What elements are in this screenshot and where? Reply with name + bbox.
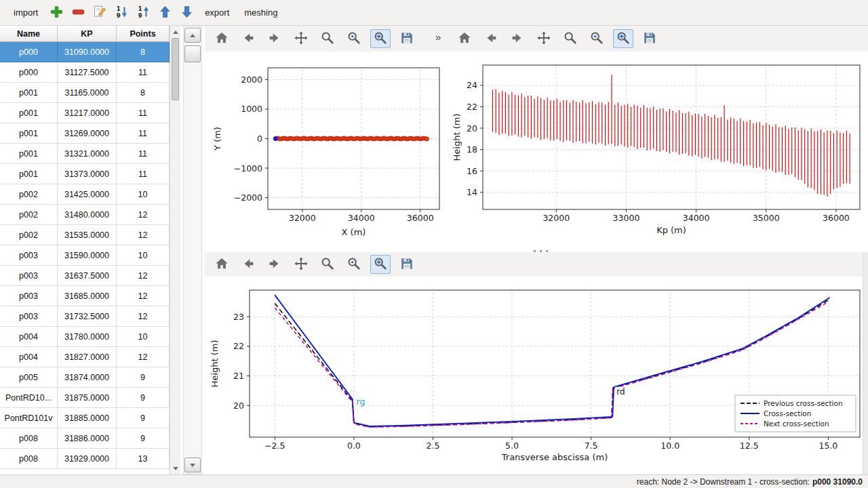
svg-text:2.5: 2.5 — [427, 441, 440, 451]
toolbar-overflow-chevron[interactable]: » — [435, 31, 441, 43]
forward-button[interactable] — [264, 255, 285, 274]
table-row[interactable]: p00131373.000011 — [0, 164, 170, 184]
zoom-rect-button[interactable] — [370, 29, 391, 48]
table-row[interactable]: p00431780.000010 — [0, 327, 170, 347]
home-button[interactable] — [212, 29, 232, 48]
sort-9-1-button[interactable]: 19 — [133, 3, 153, 22]
panel-scrollbar[interactable] — [183, 26, 202, 474]
cross-sections-table: Name KP Points p00031090.00008p00031127.… — [0, 26, 170, 474]
profile-plot[interactable]: 3200033000340003500036000141618202224Kp … — [448, 52, 868, 251]
scroll-down-button[interactable] — [184, 458, 201, 472]
add-icon — [50, 5, 64, 21]
back-button[interactable] — [238, 29, 258, 48]
table-row[interactable]: p00131321.000011 — [0, 144, 170, 164]
cell-points: 12 — [117, 225, 170, 245]
table-row[interactable]: PontRD101v31885.00009 — [0, 408, 170, 428]
cell-kp: 31637.5000 — [58, 266, 117, 286]
back-button[interactable] — [238, 255, 258, 274]
cross-section-plot[interactable]: rgrd−2.50.02.55.07.510.012.515.020212223… — [205, 277, 863, 474]
export-button[interactable]: export — [198, 4, 236, 21]
table-row[interactable]: p00831886.00009 — [0, 428, 170, 449]
zoom-button[interactable] — [317, 29, 338, 48]
table-row[interactable]: p00831929.000013 — [0, 449, 170, 469]
back-button[interactable] — [481, 29, 501, 48]
add-button[interactable] — [46, 3, 66, 22]
sort-1-9-icon: 19 — [115, 5, 129, 21]
zoom-options-button[interactable] — [587, 29, 607, 48]
table-row[interactable]: p00031127.500011 — [0, 62, 170, 83]
column-header-name[interactable]: Name — [0, 26, 58, 41]
scroll-up-icon[interactable] — [170, 27, 180, 37]
table-row[interactable]: PontRD10...31875.00009 — [0, 388, 170, 408]
save-button[interactable] — [397, 255, 417, 274]
table-row[interactable]: p00331637.500012 — [0, 266, 170, 286]
svg-text:36000: 36000 — [823, 213, 850, 223]
column-header-kp[interactable]: KP — [58, 26, 117, 41]
table-row[interactable]: p00131269.000011 — [0, 123, 170, 144]
table-row[interactable]: p00231425.000010 — [0, 184, 170, 205]
zoom-rect-button[interactable] — [370, 255, 391, 274]
save-button[interactable] — [397, 29, 417, 48]
table-row[interactable]: p00531874.00009 — [0, 367, 170, 388]
forward-button[interactable] — [264, 29, 285, 48]
svg-text:33000: 33000 — [613, 213, 640, 223]
move-down-button[interactable] — [176, 3, 197, 22]
cell-kp: 31269.0000 — [58, 123, 117, 144]
right-scrollbar[interactable] — [863, 252, 868, 474]
svg-text:32000: 32000 — [289, 213, 316, 223]
cell-points: 11 — [117, 164, 170, 184]
zoom-rect-button[interactable] — [613, 29, 633, 48]
plan-view-plot[interactable]: 320003400036000−2000−1000010002000X (m)Y… — [205, 52, 448, 251]
save-icon — [399, 30, 414, 47]
table-row[interactable]: p00231535.000012 — [0, 225, 170, 245]
zoom-rect-icon — [373, 256, 388, 273]
cell-points: 12 — [117, 266, 170, 286]
table-row[interactable]: p00331590.000010 — [0, 245, 170, 266]
save-button[interactable] — [639, 29, 660, 48]
profile-panel: 3200033000340003500036000141618202224Kp … — [448, 26, 868, 251]
cell-kp: 31165.0000 — [58, 83, 117, 103]
pan-button[interactable] — [534, 29, 554, 48]
panel-scrollbar-thumb[interactable] — [184, 45, 201, 62]
svg-text:22: 22 — [233, 341, 244, 351]
home-button[interactable] — [212, 255, 232, 274]
pan-button[interactable] — [291, 29, 311, 48]
zoom-button[interactable] — [560, 29, 580, 48]
zoom-options-button[interactable] — [344, 255, 364, 274]
home-button[interactable] — [454, 29, 475, 48]
table-row[interactable]: p00331685.000012 — [0, 286, 170, 306]
import-button[interactable]: import — [7, 4, 45, 21]
move-up-button[interactable] — [155, 3, 175, 22]
zoom-button[interactable] — [317, 255, 338, 274]
table-row[interactable]: p00331732.500012 — [0, 306, 170, 327]
table-row[interactable]: p00131217.000011 — [0, 103, 170, 123]
forward-button[interactable] — [507, 29, 528, 48]
pan-button[interactable] — [291, 255, 311, 274]
edit-button[interactable] — [90, 3, 110, 22]
remove-button[interactable] — [68, 3, 88, 22]
cell-kp: 31885.0000 — [58, 408, 117, 428]
cell-name: PontRD101v — [0, 408, 58, 428]
sort-1-9-button[interactable]: 19 — [111, 3, 132, 22]
remove-icon — [71, 5, 85, 21]
table-row[interactable]: p00231480.000012 — [0, 205, 170, 225]
svg-text:1: 1 — [116, 5, 120, 12]
table-scrollbar-thumb[interactable] — [172, 38, 179, 100]
table-row[interactable]: p00431827.000012 — [0, 347, 170, 367]
meshing-button[interactable]: meshing — [237, 4, 284, 21]
svg-text:−2.5: −2.5 — [264, 441, 285, 451]
cell-kp: 31321.0000 — [58, 144, 117, 164]
svg-text:20: 20 — [467, 123, 477, 134]
cell-name: p004 — [0, 327, 58, 347]
table-scrollbar[interactable] — [170, 26, 180, 474]
scroll-down-icon[interactable] — [170, 464, 180, 473]
save-icon — [399, 256, 414, 273]
cell-points: 11 — [117, 62, 170, 83]
cell-kp: 31874.0000 — [58, 367, 117, 388]
zoom-options-button[interactable] — [344, 29, 364, 48]
column-header-points[interactable]: Points — [117, 26, 170, 41]
scroll-up-button[interactable] — [184, 28, 201, 43]
table-row[interactable]: p00131165.00008 — [0, 83, 170, 103]
table-row[interactable]: p00031090.00008 — [0, 42, 170, 62]
svg-text:15.0: 15.0 — [818, 441, 837, 451]
